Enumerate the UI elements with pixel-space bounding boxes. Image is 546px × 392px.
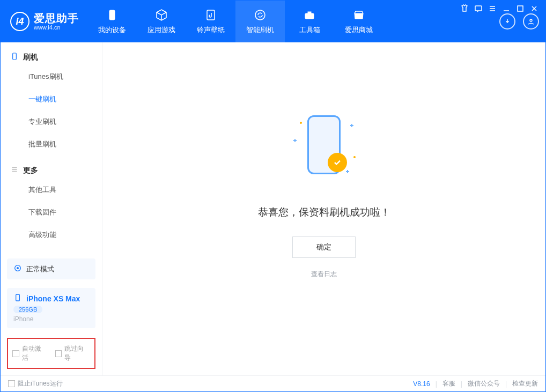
app-title: 爱思助手 [34, 12, 79, 24]
svg-rect-7 [518, 6, 523, 11]
nav-my-device[interactable]: 我的设备 [87, 1, 137, 42]
device-storage: 256GB [13, 306, 42, 313]
device-card[interactable]: iPhone XS Max 256GB iPhone [7, 288, 95, 328]
window-controls [460, 4, 538, 13]
nav-label: 智能刷机 [246, 25, 274, 35]
checkbox-icon [8, 380, 15, 387]
block-itunes-checkbox[interactable]: 阻止iTunes运行 [8, 379, 63, 388]
section-title: 刷机 [23, 53, 38, 62]
app-header: i4 爱思助手 www.i4.cn 我的设备 应用游戏 铃声壁纸 智能刷机 工具… [1, 1, 545, 42]
sidebar-item-batch-flash[interactable]: 批量刷机 [1, 133, 102, 156]
phone-icon [105, 8, 119, 22]
shirt-icon[interactable] [460, 4, 469, 13]
footer: 阻止iTunes运行 V8.16 | 客服 | 微信公众号 | 检查更新 [1, 375, 545, 391]
logo-block: i4 爱思助手 www.i4.cn [1, 12, 87, 31]
logo-icon: i4 [10, 12, 29, 31]
maximize-icon[interactable] [516, 4, 525, 13]
option-label: 跳过向导 [64, 344, 90, 363]
sidebar: 刷机 iTunes刷机 一键刷机 专业刷机 批量刷机 更多 其他工具 下载固件 … [1, 42, 102, 375]
refresh-circle-icon [253, 8, 267, 22]
nav-ringtones[interactable]: 铃声壁纸 [186, 1, 235, 42]
minimize-icon[interactable] [502, 4, 511, 13]
version-label: V8.16 [413, 380, 430, 388]
nav-flash[interactable]: 智能刷机 [235, 1, 285, 42]
nav-label: 工具箱 [299, 25, 320, 35]
options-row: 自动激活 跳过向导 [7, 338, 95, 369]
sidebar-item-download-firmware[interactable]: 下载固件 [1, 201, 102, 224]
feedback-icon[interactable] [474, 4, 483, 13]
menu-icon[interactable] [488, 4, 497, 13]
skip-guide-checkbox[interactable]: 跳过向导 [55, 344, 91, 363]
nav-store[interactable]: 爱思商城 [334, 1, 383, 42]
mode-card[interactable]: 正常模式 [7, 258, 95, 279]
svg-rect-11 [16, 294, 20, 301]
footer-label: 阻止iTunes运行 [18, 379, 63, 388]
view-log-link[interactable]: 查看日志 [311, 270, 337, 279]
nav-label: 应用游戏 [147, 25, 175, 35]
sidebar-item-itunes-flash[interactable]: iTunes刷机 [1, 65, 102, 88]
svg-point-2 [255, 10, 265, 20]
support-link[interactable]: 客服 [442, 379, 455, 388]
music-file-icon [204, 8, 218, 22]
app-subtitle: www.i4.cn [34, 24, 79, 31]
nav-label: 爱思商城 [345, 25, 373, 35]
store-icon [352, 8, 366, 22]
device-small-icon [13, 293, 22, 304]
sidebar-section-flash: 刷机 [1, 42, 102, 65]
nav-label: 我的设备 [98, 25, 126, 35]
nav-apps[interactable]: 应用游戏 [137, 1, 186, 42]
mode-label: 正常模式 [26, 264, 54, 274]
account-button[interactable] [523, 13, 539, 29]
sidebar-item-advanced[interactable]: 高级功能 [1, 224, 102, 246]
device-name: iPhone XS Max [26, 294, 80, 303]
sidebar-item-oneclick-flash[interactable]: 一键刷机 [1, 88, 102, 110]
svg-point-10 [17, 267, 19, 269]
close-icon[interactable] [530, 4, 538, 13]
section-title: 更多 [23, 166, 38, 175]
cube-icon [154, 8, 168, 22]
check-circle-icon [328, 153, 347, 172]
header-right [495, 13, 545, 29]
sidebar-section-more: 更多 [1, 156, 102, 179]
svg-rect-3 [305, 13, 314, 19]
svg-rect-1 [207, 10, 215, 20]
top-nav: 我的设备 应用游戏 铃声壁纸 智能刷机 工具箱 爱思商城 [87, 1, 383, 42]
nav-toolbox[interactable]: 工具箱 [285, 1, 334, 42]
svg-rect-0 [109, 10, 115, 20]
nav-label: 铃声壁纸 [197, 25, 225, 35]
svg-rect-8 [13, 53, 17, 60]
checkbox-icon [12, 350, 19, 357]
option-label: 自动激活 [22, 344, 48, 363]
list-icon [10, 165, 19, 175]
check-update-link[interactable]: 检查更新 [512, 379, 538, 388]
checkbox-icon [55, 350, 62, 357]
success-message: 恭喜您，保资料刷机成功啦！ [258, 205, 390, 219]
mode-icon [13, 264, 22, 274]
svg-rect-4 [308, 12, 311, 13]
success-illustration [289, 112, 359, 187]
device-type: iPhone [13, 315, 33, 323]
auto-activate-checkbox[interactable]: 自动激活 [12, 344, 48, 363]
ok-button[interactable]: 确定 [292, 236, 356, 258]
sidebar-item-other-tools[interactable]: 其他工具 [1, 179, 102, 201]
wechat-link[interactable]: 微信公众号 [468, 379, 500, 388]
toolbox-icon [302, 8, 316, 22]
main-content: 恭喜您，保资料刷机成功啦！ 确定 查看日志 [102, 42, 545, 375]
sidebar-item-pro-flash[interactable]: 专业刷机 [1, 110, 102, 133]
download-button[interactable] [499, 13, 515, 29]
svg-rect-6 [475, 6, 482, 11]
device-icon [10, 52, 19, 62]
svg-point-5 [530, 19, 532, 21]
